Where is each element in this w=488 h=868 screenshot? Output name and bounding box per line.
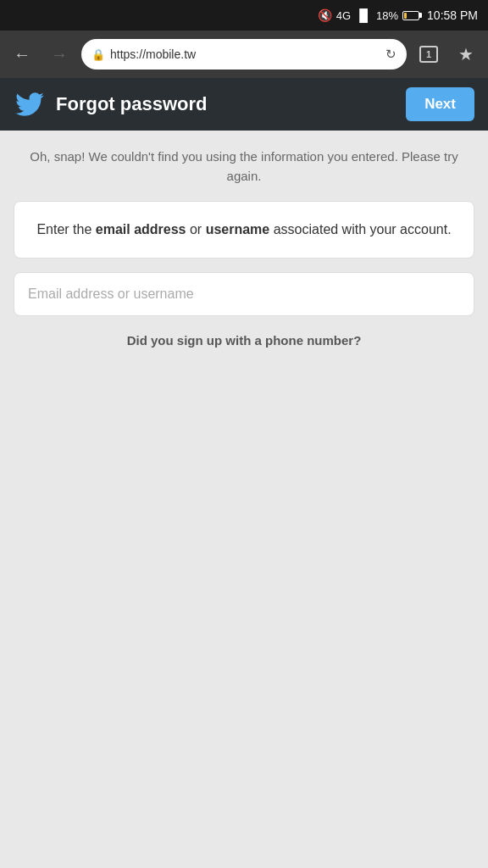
email-input-container[interactable]: [14, 272, 474, 316]
email-label: email address: [96, 222, 186, 236]
main-content: Oh, snap! We couldn't find you using the…: [0, 131, 488, 364]
network-label: 4G: [336, 9, 351, 22]
signal-icon: ▐▌: [355, 8, 372, 22]
error-message: Oh, snap! We couldn't find you using the…: [14, 147, 474, 186]
instruction-text: Enter the email address or username asso…: [35, 219, 453, 241]
email-username-input[interactable]: [28, 287, 460, 302]
bookmark-button[interactable]: ★: [451, 39, 481, 70]
time-display: 10:58 PM: [427, 8, 478, 22]
status-icons: 🔇 4G ▐▌ 18% 10:58 PM: [318, 8, 478, 22]
username-label: username: [206, 222, 270, 236]
address-bar[interactable]: 🔒 https://mobile.tw ↻: [81, 39, 407, 70]
status-bar: 🔇 4G ▐▌ 18% 10:58 PM: [0, 0, 488, 31]
url-text[interactable]: https://mobile.tw: [110, 47, 380, 61]
info-box: Enter the email address or username asso…: [14, 201, 474, 259]
lock-icon: 🔒: [92, 48, 105, 61]
forward-button[interactable]: →: [44, 39, 75, 70]
next-button[interactable]: Next: [406, 87, 474, 121]
phone-signup-link[interactable]: Did you sign up with a phone number?: [14, 333, 474, 348]
tabs-count[interactable]: 1: [419, 46, 438, 63]
mute-icon: 🔇: [318, 8, 332, 22]
app-header: Forgot password Next: [0, 78, 488, 131]
page-title: Forgot password: [56, 93, 396, 115]
battery-percent: 18%: [376, 9, 398, 22]
tabs-button[interactable]: 1: [413, 39, 444, 70]
back-button[interactable]: ←: [7, 39, 37, 70]
battery-icon: [402, 11, 419, 20]
twitter-logo: [14, 88, 46, 120]
browser-bar: ← → 🔒 https://mobile.tw ↻ 1 ★: [0, 31, 488, 78]
refresh-icon[interactable]: ↻: [385, 47, 396, 62]
